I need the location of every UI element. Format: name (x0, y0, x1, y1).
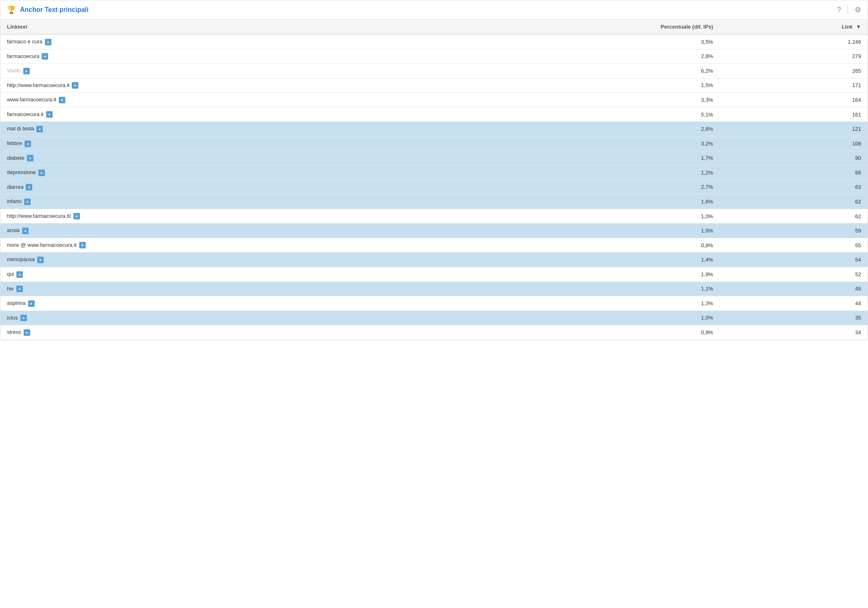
add-filter-button[interactable]: + (46, 111, 53, 118)
table-row: ansia+1,0%59 (0, 224, 868, 238)
add-filter-button[interactable]: + (23, 68, 30, 74)
cell-linktext: menopausa+ (0, 253, 420, 267)
cell-link-count: 90 (720, 151, 868, 165)
table-row: Vuoto+6,2%265 (0, 64, 868, 78)
table-row: ictus+1,0%35 (0, 311, 868, 325)
linktext-value: diarrea (7, 184, 23, 190)
cell-percentage: 0,8% (420, 238, 719, 253)
cell-linktext: stress+ (0, 325, 420, 340)
add-filter-button[interactable]: + (24, 199, 31, 205)
linktext-value: aspirina (7, 300, 26, 306)
cell-percentage: 1,9% (420, 267, 719, 282)
cell-linktext: ictus+ (0, 311, 420, 325)
add-filter-button[interactable]: + (72, 82, 78, 89)
table-row: http://www.farmacoecura.it/+1,0%62 (0, 209, 868, 224)
cell-linktext: farmaco e cura+ (0, 34, 420, 49)
cell-percentage: 3,5% (420, 34, 719, 49)
linktext-value: depressione (7, 169, 36, 175)
cell-linktext: aspirina+ (0, 296, 420, 311)
add-filter-button[interactable]: + (24, 141, 31, 147)
cell-linktext: more @ www.farmacoecura.it+ (0, 238, 420, 253)
cell-link-count: 44 (720, 296, 868, 311)
table-row: infarto+1,6%62 (0, 194, 868, 209)
cell-linktext: hiv+ (0, 282, 420, 296)
col-percentage: Percentuale (dif. IPs) (420, 20, 719, 34)
linktext-value: http://www.farmacoecura.it/ (7, 213, 71, 219)
sort-desc-icon: ▼ (856, 24, 861, 30)
linktext-value: farmacoecura.it (7, 111, 44, 117)
cell-link-count: 66 (720, 165, 868, 180)
cell-percentage: 6,2% (420, 64, 719, 78)
table-row: diabete+1,7%90 (0, 151, 868, 165)
table-row: aspirina+1,3%44 (0, 296, 868, 311)
cell-linktext: febbre+ (0, 136, 420, 151)
table-row: http://www.farmacoecura.it+1,5%171 (0, 78, 868, 93)
cell-percentage: 1,5% (420, 78, 719, 93)
add-filter-button[interactable]: + (27, 155, 33, 161)
linktext-value: more @ www.farmacoecura.it (7, 242, 77, 248)
cell-link-count: 265 (720, 64, 868, 78)
help-icon[interactable]: ? (837, 6, 841, 14)
cell-percentage: 1,3% (420, 296, 719, 311)
add-filter-button[interactable]: + (73, 213, 80, 219)
cell-link-count: 49 (720, 282, 868, 296)
cell-percentage: 2,6% (420, 122, 719, 136)
cell-linktext: Vuoto+ (0, 64, 420, 78)
widget-title: Anchor Text principali (20, 6, 89, 13)
add-filter-button[interactable]: + (28, 300, 35, 307)
widget-header: 🏆 Anchor Text principali ? ⚙ (0, 0, 868, 20)
col-linktext: Linktext (0, 20, 420, 34)
cell-linktext: http://www.farmacoecura.it+ (0, 78, 420, 93)
linktext-value: ictus (7, 315, 18, 321)
cell-link-count: 279 (720, 49, 868, 64)
add-filter-button[interactable]: + (38, 170, 45, 176)
cell-percentage: 0,9% (420, 325, 719, 340)
cell-link-count: 54 (720, 253, 868, 267)
table-row: stress+0,9%34 (0, 325, 868, 340)
cell-linktext: farmacoecura.it+ (0, 107, 420, 122)
add-filter-button[interactable]: + (59, 97, 65, 103)
anchor-text-widget: 🏆 Anchor Text principali ? ⚙ Linktext Pe… (0, 0, 868, 340)
add-filter-button[interactable]: + (16, 271, 23, 278)
add-filter-button[interactable]: + (79, 242, 86, 248)
linktext-value: http://www.farmacoecura.it (7, 82, 69, 88)
header-divider (848, 6, 848, 14)
col-link[interactable]: Link ▼ (720, 20, 868, 34)
cell-linktext: qui+ (0, 267, 420, 282)
add-filter-button[interactable]: + (20, 315, 27, 321)
add-filter-button[interactable]: + (36, 126, 43, 132)
add-filter-button[interactable]: + (26, 184, 32, 190)
add-filter-button[interactable]: + (22, 228, 29, 234)
title-group: 🏆 Anchor Text principali (7, 5, 89, 14)
widget-actions: ? ⚙ (837, 5, 861, 14)
linktext-value: ansia (7, 227, 20, 233)
table-row: farmacoecura+2,8%279 (0, 49, 868, 64)
cell-percentage: 1,2% (420, 165, 719, 180)
table-header: Linktext Percentuale (dif. IPs) Link ▼ (0, 20, 868, 34)
cell-link-count: 62 (720, 194, 868, 209)
cell-linktext: ansia+ (0, 224, 420, 238)
add-filter-button[interactable]: + (37, 257, 44, 263)
cell-link-count: 171 (720, 78, 868, 93)
add-filter-button[interactable]: + (45, 39, 51, 45)
add-filter-button[interactable]: + (42, 53, 48, 60)
cell-linktext: diabete+ (0, 151, 420, 165)
cell-linktext: http://www.farmacoecura.it/+ (0, 209, 420, 224)
cell-percentage: 1,0% (420, 224, 719, 238)
add-filter-button[interactable]: + (24, 329, 30, 336)
cell-link-count: 164 (720, 93, 868, 107)
table-row: diarrea+2,7%63 (0, 180, 868, 194)
cell-linktext: depressione+ (0, 165, 420, 180)
settings-icon[interactable]: ⚙ (855, 5, 861, 14)
table-row: mal di testa+2,6%121 (0, 122, 868, 136)
table-row: farmaco e cura+3,5%1.246 (0, 34, 868, 49)
cell-link-count: 62 (720, 209, 868, 224)
linktext-value: farmacoecura (7, 53, 39, 59)
table-row: farmacoecura.it+5,1%161 (0, 107, 868, 122)
cell-percentage: 3,2% (420, 136, 719, 151)
cell-percentage: 1,4% (420, 253, 719, 267)
table-row: menopausa+1,4%54 (0, 253, 868, 267)
cell-linktext: www.farmacoecura.it+ (0, 93, 420, 107)
cell-link-count: 55 (720, 238, 868, 253)
add-filter-button[interactable]: + (16, 286, 23, 292)
